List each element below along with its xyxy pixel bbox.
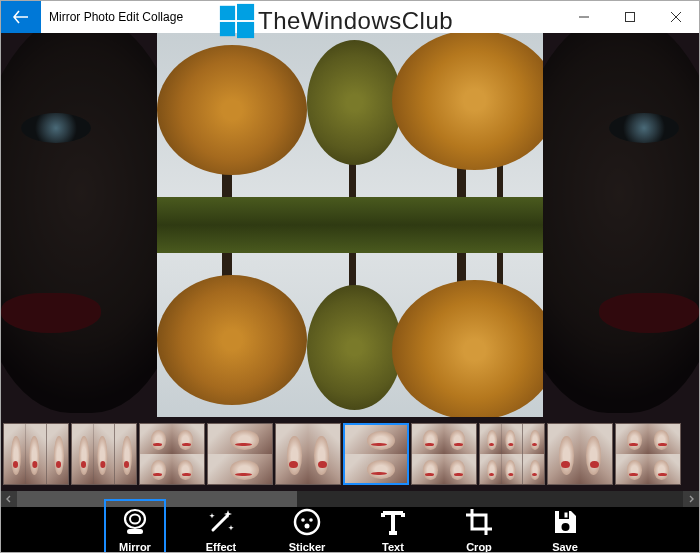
mirror-layout-thumb[interactable] (207, 423, 273, 485)
sticker-button[interactable]: Sticker (276, 499, 338, 553)
text-button[interactable]: Text (362, 499, 424, 553)
back-button[interactable] (1, 1, 41, 33)
brand-name: TheWindowsClub (258, 7, 453, 35)
minimize-icon (579, 12, 589, 22)
scroll-right-button[interactable] (683, 491, 699, 507)
app-window: Mirror Photo Edit Collage TheWindowsClub (0, 0, 700, 553)
window-title: Mirror Photo Edit Collage (41, 10, 183, 24)
chevron-right-icon (687, 495, 695, 503)
close-button[interactable] (653, 1, 699, 33)
preview-canvas[interactable] (157, 33, 543, 417)
save-icon (550, 507, 580, 537)
window-controls (561, 1, 699, 33)
mirror-layout-thumbnails (1, 421, 699, 493)
mirror-label: Mirror (119, 541, 151, 553)
svg-rect-5 (237, 4, 254, 20)
mirror-button[interactable]: Mirror (104, 499, 166, 553)
effect-button[interactable]: Effect (190, 499, 252, 553)
close-icon (671, 12, 681, 22)
svg-rect-7 (237, 22, 254, 38)
back-arrow-icon (13, 9, 29, 25)
wand-icon (206, 507, 236, 537)
text-label: Text (382, 541, 404, 553)
mirror-icon (120, 507, 150, 537)
svg-rect-6 (220, 22, 235, 36)
sticker-label: Sticker (289, 541, 326, 553)
mirror-layout-thumb[interactable] (615, 423, 681, 485)
mirror-layout-thumb[interactable] (71, 423, 137, 485)
minimize-button[interactable] (561, 1, 607, 33)
effect-label: Effect (206, 541, 237, 553)
save-button[interactable]: Save (534, 499, 596, 553)
sticker-icon (292, 507, 322, 537)
brand-logo-icon (218, 2, 256, 40)
mirror-layout-thumb[interactable] (343, 423, 409, 485)
scroll-left-button[interactable] (1, 491, 17, 507)
bottom-toolbar: MirrorEffectStickerTextCropSave (1, 507, 699, 552)
mirror-layout-thumb[interactable] (3, 423, 69, 485)
mirror-layout-thumb[interactable] (411, 423, 477, 485)
maximize-icon (625, 12, 635, 22)
mirror-layout-thumb[interactable] (275, 423, 341, 485)
svg-rect-1 (626, 13, 635, 22)
svg-rect-4 (220, 6, 235, 20)
brand-overlay: TheWindowsClub (218, 0, 453, 42)
save-label: Save (552, 541, 578, 553)
maximize-button[interactable] (607, 1, 653, 33)
mirror-layout-thumb[interactable] (479, 423, 545, 485)
crop-icon (464, 507, 494, 537)
crop-label: Crop (466, 541, 492, 553)
text-icon (378, 507, 408, 537)
chevron-left-icon (5, 495, 13, 503)
editor-area: MirrorEffectStickerTextCropSave (1, 33, 699, 552)
mirror-layout-thumb[interactable] (547, 423, 613, 485)
mirror-layout-thumb[interactable] (139, 423, 205, 485)
crop-button[interactable]: Crop (448, 499, 510, 553)
